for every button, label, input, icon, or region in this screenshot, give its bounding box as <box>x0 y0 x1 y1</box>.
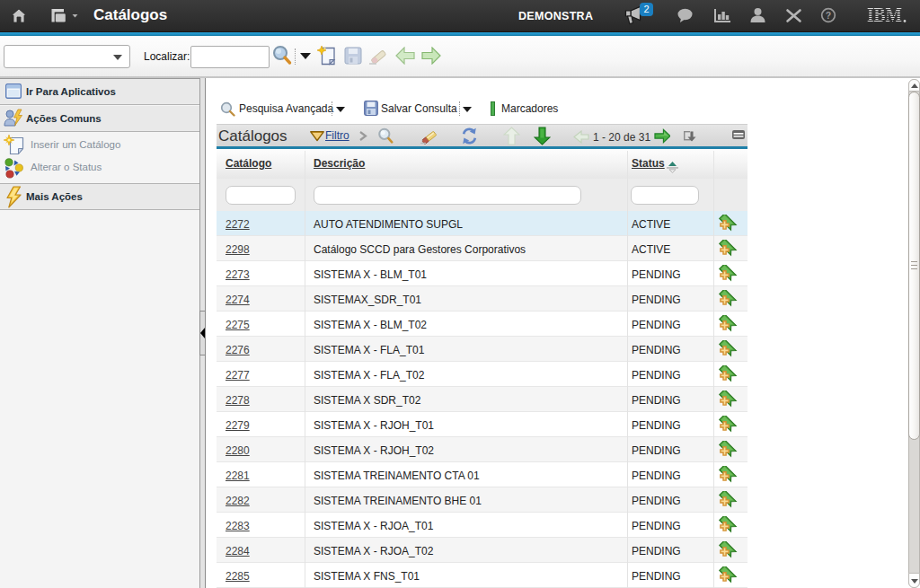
svg-text:?: ? <box>826 10 831 21</box>
svg-text:IBM: IBM <box>867 4 902 24</box>
